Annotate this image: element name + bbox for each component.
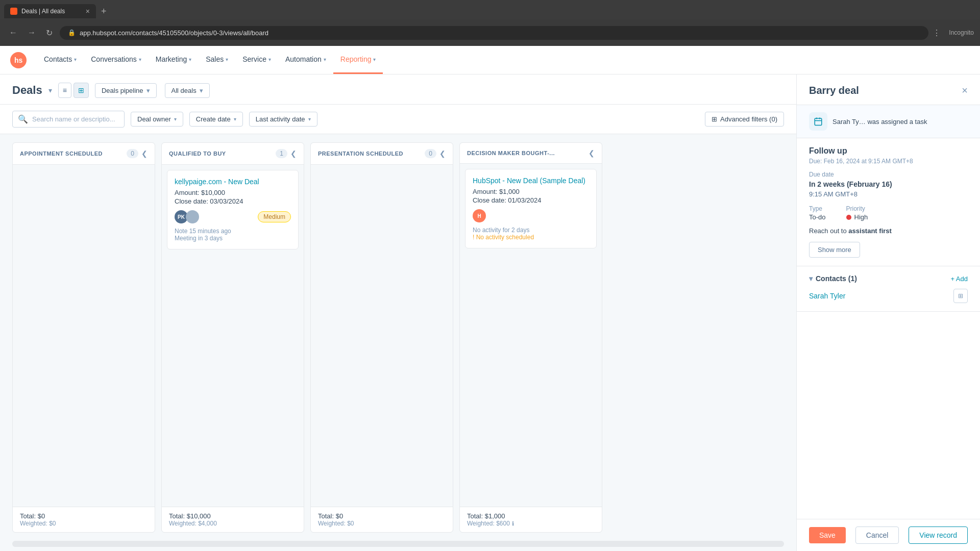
deal-amount-hubspot: Amount: $1,000 xyxy=(473,188,589,195)
priority-high: High xyxy=(846,213,868,221)
deals-header: Deals ▾ ≡ ⊞ Deals pipeline ▾ All deals ▾ xyxy=(0,74,796,105)
due-time: 9:15 AM GMT+8 xyxy=(809,190,968,198)
nav-marketing[interactable]: Marketing ▾ xyxy=(149,46,199,74)
column-header-2: PRESENTATION SCHEDULED 0 ❮ xyxy=(311,143,453,165)
follow-up-title: Follow up xyxy=(809,146,968,156)
column-header-0: APPOINTMENT SCHEDULED 0 ❮ xyxy=(13,143,155,165)
column-collapse-3[interactable]: ❮ xyxy=(589,149,595,157)
view-toggles: ≡ ⊞ xyxy=(58,83,89,98)
task-text: Sarah Ty… was assigned a task xyxy=(832,118,927,126)
contacts-title-group: ▾ Contacts (1) xyxy=(809,274,857,283)
column-body-3: HubSpot - New Deal (Sample Deal) Amount:… xyxy=(460,164,602,507)
column-collapse-1[interactable]: ❮ xyxy=(290,149,297,158)
column-title-3: DECISION MAKER BOUGHT-... xyxy=(467,150,555,156)
advanced-filters-button[interactable]: ⊞ Advanced filters (0) xyxy=(705,112,784,127)
panel-header: Barry deal × xyxy=(797,74,980,105)
search-box[interactable]: 🔍 xyxy=(12,111,125,128)
view-record-button[interactable]: View record xyxy=(909,527,968,544)
deal-meta-hubspot: H xyxy=(473,209,589,222)
note-emphasis: assistant first xyxy=(848,227,892,235)
weighted-info-icon: ℹ xyxy=(512,520,514,527)
conversations-caret: ▾ xyxy=(139,57,141,62)
avatar-2 xyxy=(186,210,199,223)
column-count-1: 1 xyxy=(276,149,287,158)
note-text: Reach out to assistant first xyxy=(809,227,968,235)
panel-close-button[interactable]: × xyxy=(962,85,968,96)
create-date-filter[interactable]: Create date ▾ xyxy=(189,112,243,127)
priority-value: High xyxy=(854,213,868,221)
nav-contacts[interactable]: Contacts ▾ xyxy=(37,46,84,74)
column-body-0 xyxy=(13,165,155,507)
cancel-button[interactable]: Cancel xyxy=(855,527,899,544)
panel-title: Barry deal xyxy=(809,85,859,96)
show-more-button[interactable]: Show more xyxy=(809,242,860,258)
deals-dropdown-icon[interactable]: ▾ xyxy=(48,86,52,94)
tab-close-button[interactable]: × xyxy=(86,7,90,15)
contact-name[interactable]: Sarah Tyler xyxy=(809,292,845,300)
column-total-3: Total: $1,000 xyxy=(467,512,595,520)
address-bar[interactable]: 🔒 app.hubspot.com/contacts/45105500/obje… xyxy=(60,26,928,40)
deal-card-hubspot[interactable]: HubSpot - New Deal (Sample Deal) Amount:… xyxy=(465,169,597,248)
column-title-2: PRESENTATION SCHEDULED xyxy=(318,151,403,157)
type-value: To-do xyxy=(809,213,826,221)
search-input[interactable] xyxy=(32,115,119,123)
filter-icon: ⊞ xyxy=(712,115,717,123)
column-decision-maker: DECISION MAKER BOUGHT-... ❮ HubSpot - Ne… xyxy=(459,142,602,533)
follow-up-due: Due: Feb 16, 2024 at 9:15 AM GMT+8 xyxy=(809,158,968,165)
pipeline-select[interactable]: Deals pipeline ▾ xyxy=(95,83,157,98)
deal-name-kellypaige[interactable]: kellypaige.com - New Deal xyxy=(175,178,291,186)
deal-card-kellypaige[interactable]: kellypaige.com - New Deal Amount: $10,00… xyxy=(167,170,299,249)
deal-owner-caret: ▾ xyxy=(174,116,177,122)
type-priority-row: Type To-do Priority High xyxy=(809,205,968,221)
nav-service[interactable]: Service ▾ xyxy=(235,46,278,74)
deals-title-row: Deals ▾ ≡ ⊞ Deals pipeline ▾ All deals ▾ xyxy=(12,83,784,98)
add-contact-button[interactable]: + Add xyxy=(950,275,968,283)
deal-amount-kellypaige: Amount: $10,000 xyxy=(175,189,291,196)
priority-dot xyxy=(846,215,851,220)
active-tab[interactable]: Deals | All deals × xyxy=(4,4,96,18)
deal-owner-filter[interactable]: Deal owner ▾ xyxy=(131,112,183,127)
board-view-toggle[interactable]: ⊞ xyxy=(74,83,89,98)
column-footer-0: Total: $0 Weighted: $0 xyxy=(13,507,155,532)
column-presentation-scheduled: PRESENTATION SCHEDULED 0 ❮ Total: $0 Wei… xyxy=(310,142,453,533)
deal-meta-kellypaige: PK Medium xyxy=(175,210,291,223)
list-view-toggle[interactable]: ≡ xyxy=(58,83,71,98)
priority-label: Priority xyxy=(846,205,868,212)
browser-chrome: Deals | All deals × + ← → ↻ 🔒 app.hubspo… xyxy=(0,0,980,46)
column-title-1: QUALIFIED TO BUY xyxy=(169,151,226,157)
url-text: app.hubspot.com/contacts/45105500/object… xyxy=(80,29,268,37)
task-icon xyxy=(809,112,827,131)
service-caret: ▾ xyxy=(268,57,271,62)
all-deals-select[interactable]: All deals ▾ xyxy=(165,83,210,98)
create-date-caret: ▾ xyxy=(234,116,236,122)
new-tab-button[interactable]: + xyxy=(96,3,112,20)
nav-conversations[interactable]: Conversations ▾ xyxy=(84,46,149,74)
last-activity-filter[interactable]: Last activity date ▾ xyxy=(249,112,317,127)
priority-field: Priority High xyxy=(846,205,868,221)
column-weighted-3: Weighted: $600 ℹ xyxy=(467,520,595,527)
right-panel: Barry deal × Sarah Ty… was assigned a ta… xyxy=(796,74,980,551)
type-field: Type To-do xyxy=(809,205,826,221)
reporting-caret: ▾ xyxy=(373,57,376,62)
refresh-button[interactable]: ↻ xyxy=(43,26,56,40)
save-button[interactable]: Save xyxy=(809,527,846,543)
app: hs Contacts ▾ Conversations ▾ Marketing … xyxy=(0,46,980,551)
deal-name-hubspot[interactable]: HubSpot - New Deal (Sample Deal) xyxy=(473,177,589,185)
sales-caret: ▾ xyxy=(226,57,228,62)
nav-reporting[interactable]: Reporting ▾ xyxy=(333,46,383,74)
column-total-2: Total: $0 xyxy=(318,512,446,520)
board-scrollbar[interactable] xyxy=(12,541,784,547)
tab-favicon xyxy=(10,8,17,15)
expand-icon: ▾ xyxy=(809,274,813,283)
task-notification: Sarah Ty… was assigned a task xyxy=(797,105,980,138)
column-footer-1: Total: $10,000 Weighted: $4,000 xyxy=(162,507,304,532)
all-deals-caret: ▾ xyxy=(200,87,203,94)
column-collapse-0[interactable]: ❮ xyxy=(141,149,148,158)
deals-title: Deals xyxy=(12,84,42,97)
back-button[interactable]: ← xyxy=(6,26,20,39)
forward-button[interactable]: → xyxy=(24,26,39,39)
column-collapse-2[interactable]: ❮ xyxy=(439,149,446,158)
contact-expand-icon[interactable]: ⊞ xyxy=(953,289,968,303)
nav-automation[interactable]: Automation ▾ xyxy=(278,46,333,74)
nav-sales[interactable]: Sales ▾ xyxy=(199,46,235,74)
